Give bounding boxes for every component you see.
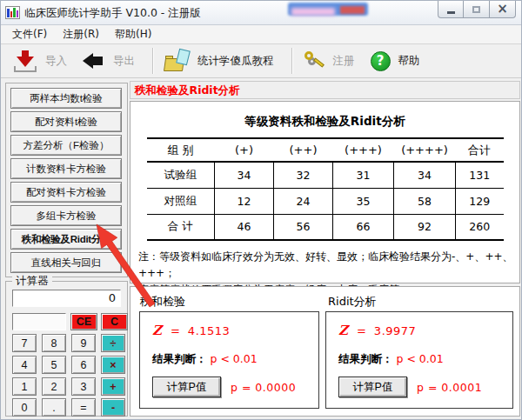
table-title: 等级资料秩和检验及Ridit分析	[130, 114, 519, 130]
folder-book-icon	[164, 50, 190, 72]
menu-help[interactable]: 帮助(H)	[107, 25, 159, 43]
calc-key-plus[interactable]: +	[101, 377, 125, 396]
z-symbol: Z	[152, 323, 162, 338]
cell-total: 260	[456, 214, 504, 240]
cell-value: 92	[394, 214, 456, 240]
calc-key-ce[interactable]: CE	[70, 313, 97, 330]
calc-key-0[interactable]: 0	[12, 398, 37, 417]
title-bar: 临床医师统计学助手 V10.0 - 注册版 ×	[1, 1, 522, 25]
results-panel: 秩和检验 Z = 4.1513 结果判断： p < 0.01 计算P值 p = …	[130, 286, 520, 417]
judgement-label: 结果判断：	[338, 352, 393, 367]
sidebar-item-paired-t-test[interactable]: 配对资料t检验	[10, 111, 122, 132]
table-row-control-group: 对照组 12 24 35 58 129	[147, 188, 504, 214]
sidebar-item-anova-f-test[interactable]: 方差分析（F检验）	[10, 135, 122, 156]
cell-value: 35	[333, 188, 394, 214]
z-equals: =	[171, 324, 180, 337]
row-label: 试验组	[147, 162, 215, 188]
calculator-memory-display[interactable]	[12, 313, 66, 330]
toolbar-separator	[152, 48, 153, 74]
sidebar-item-rank-sum-ridit[interactable]: 秩和检验及Ridit分析	[10, 229, 122, 250]
calc-key-equals[interactable]: =	[71, 398, 96, 417]
toolbar-export[interactable]: 导出	[83, 51, 135, 70]
table-header-row: 组 别 (+) (++) (+++) (++++) 合计	[147, 138, 504, 162]
close-icon: ×	[497, 3, 508, 16]
toolbar-help[interactable]: ? 帮助	[371, 51, 420, 71]
calc-key-minus[interactable]: -	[101, 398, 125, 417]
calc-key-2[interactable]: 2	[42, 377, 66, 396]
cell-total: 131	[456, 162, 504, 188]
app-window: { "window": { "title": "临床医师统计学助手 V10.0 …	[0, 0, 522, 420]
cell-value: 12	[215, 188, 274, 214]
col-header-plus3: (+++)	[333, 138, 394, 162]
sidebar-item-multi-group-chi-square[interactable]: 多组卡方检验	[10, 205, 122, 226]
calculator-title: 计算器	[12, 274, 52, 289]
toolbar-import[interactable]: 导入	[13, 50, 67, 72]
col-header-plus2: (++)	[274, 138, 333, 162]
toolbar-separator	[291, 48, 292, 74]
calc-key-3[interactable]: 3	[71, 377, 96, 396]
toolbar-register-label: 注册	[333, 54, 355, 69]
toolbar-export-label: 导出	[113, 54, 135, 69]
row-label: 对照组	[147, 188, 215, 214]
sidebar-item-count-chi-square[interactable]: 计数资料卡方检验	[10, 158, 122, 179]
toolbar: 导入 导出 统计学傻瓜教程 注册 ? 帮助	[1, 44, 522, 78]
data-table-panel: 等级资料秩和检验及Ridit分析 组 别 (+) (++) (+++) (+++…	[130, 101, 520, 283]
cell-value: 34	[215, 162, 274, 188]
question-mark-icon: ?	[371, 51, 391, 71]
compute-p-value-button[interactable]: 计算P值	[338, 377, 407, 397]
window-controls: ×	[438, 1, 516, 18]
app-bar-chart-icon	[5, 6, 20, 19]
calc-key-5[interactable]: 5	[42, 356, 66, 374]
cell-value: 34	[394, 162, 456, 188]
table-row-trial-group: 试验组 34 32 31 34 131	[147, 162, 504, 188]
calc-key-1[interactable]: 1	[12, 377, 37, 396]
minimize-button[interactable]	[438, 1, 464, 18]
menu-bar: 文件(F) 注册(R) 帮助(H)	[1, 25, 522, 44]
col-header-total: 合计	[456, 138, 504, 162]
close-button[interactable]: ×	[490, 1, 516, 18]
ridit-result-box: Z = 3.9977 结果判断： p < 0.01 计算P值 p = 0.000…	[325, 311, 513, 409]
rank-sum-result-box: Z = 4.1513 结果判断： p < 0.01 计算P值 p = 0.000…	[139, 311, 319, 409]
menu-file[interactable]: 文件(F)	[4, 25, 55, 43]
calc-key-4[interactable]: 4	[12, 356, 37, 374]
judgement-value: p < 0.01	[211, 352, 258, 365]
calculator-display[interactable]: 0	[12, 290, 121, 307]
judgement-label: 结果判断：	[152, 352, 207, 367]
cell-total: 129	[456, 188, 504, 214]
table-row-total: 合 计 46 56 66 92 260	[147, 214, 504, 240]
calc-key-7[interactable]: 7	[12, 334, 37, 352]
col-header-plus1: (+)	[215, 138, 274, 162]
toolbar-tutorial-label: 统计学傻瓜教程	[197, 54, 274, 69]
sidebar-item-paired-chi-square[interactable]: 配对资料卡方检验	[10, 182, 122, 203]
calc-key-c[interactable]: C	[101, 313, 128, 330]
rank-sum-data-table: 组 别 (+) (++) (+++) (++++) 合计 试验组 34 32 3…	[147, 137, 504, 241]
sidebar-item-linear-correlation-regression[interactable]: 直线相关与回归	[10, 252, 122, 273]
cell-value: 66	[333, 214, 394, 240]
calc-key-9[interactable]: 9	[71, 334, 96, 352]
sidebar-item-two-sample-t-test[interactable]: 两样本均数t检验	[10, 88, 122, 109]
z-symbol: Z	[338, 323, 348, 338]
calc-key-divide[interactable]: ÷	[101, 334, 125, 352]
keys-icon	[303, 50, 325, 72]
col-header-group: 组 别	[147, 138, 215, 162]
z-value: 3.9977	[374, 324, 417, 337]
ridit-analysis-label: Ridit分析	[328, 294, 377, 310]
calc-key-decimal[interactable]: .	[42, 398, 66, 417]
p-value-result: p = 0.0001	[417, 381, 482, 394]
toolbar-register[interactable]: 注册	[303, 50, 355, 72]
menu-register[interactable]: 注册(R)	[55, 25, 107, 43]
calc-key-8[interactable]: 8	[42, 334, 66, 352]
cell-value: 31	[333, 162, 394, 188]
row-label: 合 计	[147, 214, 215, 240]
calc-key-multiply[interactable]: ×	[101, 356, 125, 374]
calc-key-6[interactable]: 6	[71, 356, 96, 374]
col-header-plus4: (++++)	[394, 138, 456, 162]
compute-p-value-button[interactable]: 计算P值	[152, 377, 221, 397]
cell-value: 46	[215, 214, 274, 240]
calculator-groupbox: 计算器 0 CE C 7 8 9 ÷ 4 5 6 × 1 2 3 + 0 . =…	[5, 281, 128, 417]
cell-value: 58	[394, 188, 456, 214]
maximize-button[interactable]	[464, 1, 490, 18]
page-title: 秩和检验及Ridit分析	[130, 81, 520, 99]
import-arrow-icon	[13, 50, 37, 72]
toolbar-tutorial[interactable]: 统计学傻瓜教程	[164, 50, 274, 72]
